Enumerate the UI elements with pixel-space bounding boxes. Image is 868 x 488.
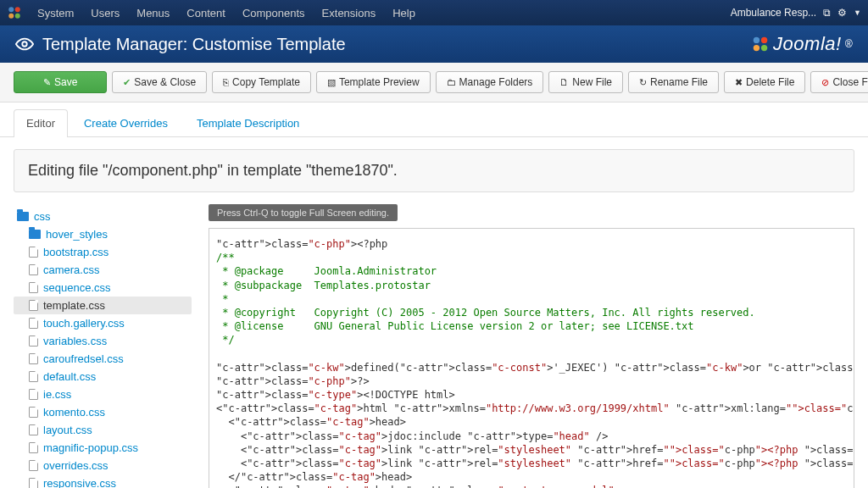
file-magnific-popup-css[interactable]: magnific-popup.css bbox=[14, 439, 192, 457]
admin-topbar: SystemUsersMenusContentComponentsExtensi… bbox=[0, 0, 868, 25]
topmenu-components[interactable]: Components bbox=[234, 7, 314, 19]
check-icon: ✎ bbox=[43, 77, 51, 88]
save-close-label: Save & Close bbox=[134, 76, 196, 88]
file-icon bbox=[29, 371, 38, 382]
svg-point-6 bbox=[761, 37, 767, 43]
folder-icon: 🗀 bbox=[447, 77, 456, 87]
file-icon bbox=[29, 264, 38, 275]
editor-pane: Press Ctrl-Q to toggle Full Screen editi… bbox=[209, 204, 854, 488]
file-icon bbox=[29, 353, 38, 364]
delete-file-label: Delete File bbox=[746, 76, 794, 88]
svg-point-5 bbox=[754, 37, 760, 43]
tab-template-description[interactable]: Template Description bbox=[184, 109, 312, 136]
file-icon bbox=[29, 247, 38, 258]
code-editor[interactable]: "c-attr">class="c-php"><?php /** * @pack… bbox=[209, 228, 854, 488]
file-label: magnific-popup.css bbox=[43, 441, 138, 454]
file-label: layout.css bbox=[43, 424, 92, 436]
svg-point-4 bbox=[22, 42, 27, 47]
titlebar: Template Manager: Customise Template Joo… bbox=[0, 25, 868, 63]
file-responsive-css[interactable]: responsive.css bbox=[14, 474, 192, 488]
save-button[interactable]: ✎Save bbox=[14, 71, 107, 93]
joomla-logo bbox=[751, 35, 770, 53]
rename-file-button[interactable]: ↻Rename File bbox=[628, 71, 719, 93]
file-komento-css[interactable]: komento.css bbox=[14, 403, 192, 421]
check-icon: ✔ bbox=[123, 77, 131, 88]
close-file-button[interactable]: ⊘Close File bbox=[810, 71, 868, 93]
file-icon bbox=[29, 336, 38, 347]
tabs: Editor Create Overrides Template Descrip… bbox=[0, 103, 868, 137]
file-sequence-css[interactable]: sequence.css bbox=[14, 279, 192, 297]
copy-template-button[interactable]: ⎘Copy Template bbox=[212, 71, 311, 93]
svg-point-0 bbox=[8, 7, 14, 12]
file-template-css[interactable]: template.css bbox=[14, 297, 192, 314]
file-icon bbox=[29, 478, 38, 488]
close-icon: ✖ bbox=[735, 77, 743, 88]
toolbar: ✎Save ✔Save & Close ⎘Copy Template ▧Temp… bbox=[0, 63, 868, 103]
svg-point-7 bbox=[754, 45, 760, 51]
tab-create-overrides[interactable]: Create Overrides bbox=[71, 109, 181, 136]
save-label: Save bbox=[54, 76, 77, 88]
file-icon bbox=[29, 282, 38, 293]
svg-point-2 bbox=[8, 14, 14, 19]
file-overrides-css[interactable]: overrides.css bbox=[14, 457, 192, 474]
save-close-button[interactable]: ✔Save & Close bbox=[112, 71, 207, 93]
folder-label: css bbox=[34, 210, 51, 223]
file-tree: css hover_styles bootstrap.csscamera.css… bbox=[14, 204, 192, 488]
file-label: sequence.css bbox=[43, 281, 111, 294]
page-title: Template Manager: Customise Template bbox=[15, 35, 346, 54]
file-icon: 🗋 bbox=[559, 77, 569, 87]
site-name[interactable]: Ambulance Resp... bbox=[731, 7, 816, 19]
file-touch-gallery-css[interactable]: touch.gallery.css bbox=[14, 314, 192, 332]
file-default-css[interactable]: default.css bbox=[14, 368, 192, 385]
file-camera-css[interactable]: camera.css bbox=[14, 261, 192, 279]
file-icon bbox=[29, 318, 38, 329]
file-variables-css[interactable]: variables.css bbox=[14, 332, 192, 350]
topmenu-users[interactable]: Users bbox=[82, 7, 128, 19]
file-label: camera.css bbox=[43, 263, 99, 276]
tree-files: bootstrap.csscamera.csssequence.csstempl… bbox=[14, 243, 192, 488]
close-file-label: Close File bbox=[832, 76, 868, 88]
template-preview-button[interactable]: ▧Template Preview bbox=[316, 71, 431, 93]
fullscreen-hint: Press Ctrl-Q to toggle Full Screen editi… bbox=[209, 204, 398, 221]
file-label: responsive.css bbox=[43, 477, 116, 488]
file-label: bootstrap.css bbox=[43, 246, 108, 258]
file-caroufredsel-css[interactable]: caroufredsel.css bbox=[14, 350, 192, 368]
folder-css[interactable]: css bbox=[14, 208, 192, 225]
new-file-label: New File bbox=[572, 76, 612, 88]
topmenu-help[interactable]: Help bbox=[384, 7, 424, 19]
template-preview-label: Template Preview bbox=[339, 76, 420, 88]
external-icon[interactable]: ⧉ bbox=[823, 7, 831, 19]
folder-icon bbox=[17, 212, 29, 221]
file-ie-css[interactable]: ie.css bbox=[14, 385, 192, 403]
topmenu-system[interactable]: System bbox=[29, 7, 82, 19]
folder-hover-styles[interactable]: hover_styles bbox=[14, 225, 192, 243]
copy-template-label: Copy Template bbox=[232, 76, 300, 88]
folder-icon bbox=[29, 230, 41, 239]
page-title-text: Template Manager: Customise Template bbox=[42, 35, 346, 54]
manage-folders-button[interactable]: 🗀Manage Folders bbox=[436, 71, 544, 93]
new-file-button[interactable]: 🗋New File bbox=[548, 71, 623, 93]
svg-point-3 bbox=[15, 14, 20, 19]
file-icon bbox=[29, 424, 38, 435]
delete-file-button[interactable]: ✖Delete File bbox=[724, 71, 805, 93]
svg-point-1 bbox=[15, 7, 20, 12]
topmenu-extensions[interactable]: Extensions bbox=[314, 7, 385, 19]
chevron-down-icon[interactable]: ▼ bbox=[854, 8, 861, 17]
file-bootstrap-css[interactable]: bootstrap.css bbox=[14, 243, 192, 261]
file-icon bbox=[29, 300, 38, 311]
file-icon bbox=[29, 407, 38, 418]
topmenu-content[interactable]: Content bbox=[178, 7, 234, 19]
eye-icon bbox=[15, 35, 34, 53]
folder-label: hover_styles bbox=[46, 228, 108, 241]
file-label: default.css bbox=[43, 370, 96, 383]
topmenu-menus[interactable]: Menus bbox=[128, 7, 178, 19]
file-label: overrides.css bbox=[43, 459, 108, 472]
tab-editor[interactable]: Editor bbox=[14, 109, 68, 137]
file-label: touch.gallery.css bbox=[43, 317, 125, 330]
file-label: variables.css bbox=[43, 335, 107, 347]
file-label: template.css bbox=[43, 299, 105, 312]
gear-icon[interactable]: ⚙ bbox=[837, 7, 847, 19]
copy-icon: ⎘ bbox=[223, 77, 229, 87]
joomla-brand: Joomla!® bbox=[751, 33, 853, 55]
file-layout-css[interactable]: layout.css bbox=[14, 421, 192, 439]
